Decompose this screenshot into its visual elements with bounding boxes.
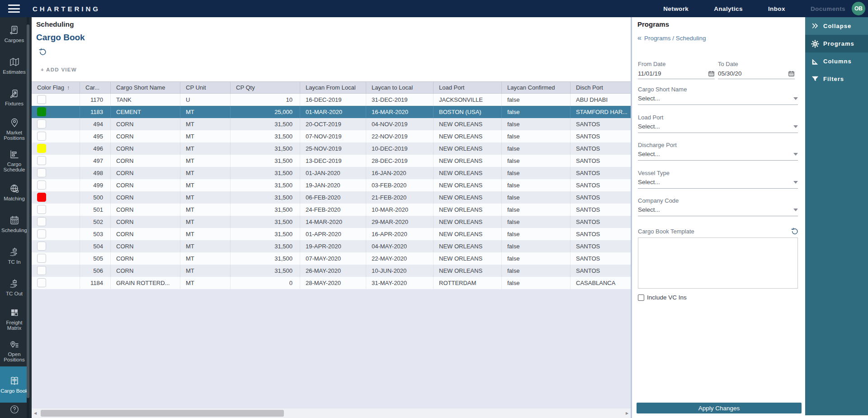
sidebar-item-freight-matrix[interactable]: Freight Matrix xyxy=(0,303,28,335)
add-view-button[interactable]: + ADD VIEW xyxy=(41,67,77,72)
color-flag-checkbox[interactable] xyxy=(37,229,46,238)
hamburger-menu-icon[interactable] xyxy=(8,5,20,13)
select-label: Load Port xyxy=(638,114,798,121)
cell-from: 19-APR-2020 xyxy=(300,240,366,252)
table-row[interactable]: 1183CEMENTMT25,00001-MAR-202016-MAR-2020… xyxy=(32,106,631,118)
table-row[interactable]: 495CORNMT31,50007-NOV-201922-NOV-2019NEW… xyxy=(32,130,631,142)
rail-item-programs[interactable]: Programs xyxy=(805,35,868,52)
rail-item-columns[interactable]: Columns xyxy=(805,52,868,70)
sidebar-item-estimates[interactable]: Estimates xyxy=(0,50,28,81)
sidebar-item-label: Estimates xyxy=(3,69,26,75)
column-header-cp-unit[interactable]: CP Unit xyxy=(180,82,231,93)
to-date-input[interactable]: 05/30/20 xyxy=(718,70,795,79)
table-row[interactable]: 496CORNMT31,50025-NOV-201910-DEC-2019NEW… xyxy=(32,142,631,155)
nav-link-analytics[interactable]: Analytics xyxy=(714,5,743,12)
color-flag-checkbox[interactable] xyxy=(37,119,46,128)
color-flag-checkbox[interactable] xyxy=(37,168,46,177)
cell-from: 06-FEB-2020 xyxy=(300,191,366,204)
sidebar-item-matching[interactable]: Matching xyxy=(0,176,28,208)
sidebar-item-open-positions[interactable]: Open Positions xyxy=(0,335,28,366)
table-row[interactable]: 494CORNMT31,50020-OCT-201904-NOV-2019NEW… xyxy=(32,118,631,130)
cell-load: NEW ORLEANS xyxy=(434,155,502,167)
scroll-left-arrow-icon[interactable]: ◀ xyxy=(32,408,39,418)
company-code-dropdown[interactable]: Select... xyxy=(638,206,798,216)
column-header-laycan-to-local[interactable]: Laycan to Local xyxy=(366,82,434,93)
column-header-laycan-from-local[interactable]: Laycan From Local xyxy=(300,82,366,93)
table-row[interactable]: 502CORNMT31,50014-MAR-202029-MAR-2020NEW… xyxy=(32,216,631,228)
to-date-value[interactable]: 05/30/20 xyxy=(718,70,788,77)
cargo-book-template-textarea[interactable] xyxy=(638,238,798,289)
color-flag-yellow[interactable] xyxy=(37,144,46,153)
table-row[interactable]: 504CORNMT31,50019-APR-202004-MAY-2020NEW… xyxy=(32,240,631,252)
column-header-cargo-short-name[interactable]: Cargo Short Name xyxy=(111,82,180,93)
nav-link-network[interactable]: Network xyxy=(663,5,689,12)
column-header-cp-qty[interactable]: CP Qty xyxy=(231,82,300,93)
table-row[interactable]: 498CORNMT31,50001-JAN-202016-JAN-2020NEW… xyxy=(32,167,631,179)
color-flag-checkbox[interactable] xyxy=(37,205,46,214)
color-flag-checkbox[interactable] xyxy=(37,278,46,287)
rail-item-filters[interactable]: Filters xyxy=(805,70,868,88)
color-flag-checkbox[interactable] xyxy=(37,242,46,251)
color-flag-checkbox[interactable] xyxy=(37,95,46,104)
column-header-load-port[interactable]: Load Port xyxy=(434,82,502,93)
undo-icon[interactable] xyxy=(38,48,46,56)
table-row[interactable]: 497CORNMT31,50013-DEC-201928-DEC-2019NEW… xyxy=(32,155,631,167)
user-avatar[interactable]: OB xyxy=(852,2,865,15)
sidebar-scrollbar-thumb[interactable] xyxy=(27,24,29,398)
nav-link-inbox[interactable]: Inbox xyxy=(768,5,785,12)
cell-disch: SANTOS xyxy=(571,130,631,142)
column-header-laycan-confirmed[interactable]: Laycan Confirmed xyxy=(502,82,571,93)
color-flag-checkbox[interactable] xyxy=(37,132,46,141)
calendar-icon[interactable] xyxy=(708,70,715,77)
cell-disch: SANTOS xyxy=(571,240,631,252)
table-row[interactable]: 506CORNMT31,50026-MAY-202010-JUN-2020NEW… xyxy=(32,265,631,277)
color-flag-red[interactable] xyxy=(37,193,46,202)
breadcrumb[interactable]: «Programs / Scheduling xyxy=(637,34,706,42)
help-icon[interactable] xyxy=(0,404,28,414)
sidebar-item-fixtures[interactable]: Fixtures xyxy=(0,81,28,113)
column-header-car[interactable]: Car... xyxy=(80,82,111,93)
color-flag-checkbox[interactable] xyxy=(37,180,46,190)
table-row[interactable]: 505CORNMT31,50007-MAY-202022-MAY-2020NEW… xyxy=(32,252,631,265)
column-header-disch-port[interactable]: Disch Port xyxy=(571,82,631,93)
sidebar-item-cargoes[interactable]: Cargoes xyxy=(0,18,28,50)
include-vc-ins-checkbox[interactable] xyxy=(638,294,644,301)
open-book-icon xyxy=(9,375,20,386)
vessel-type-dropdown[interactable]: Select... xyxy=(638,179,798,189)
sidebar-item-tc-out[interactable]: TC Out xyxy=(0,271,28,303)
table-row[interactable]: 500CORNMT31,50006-FEB-202021-FEB-2020NEW… xyxy=(32,191,631,204)
color-flag-checkbox[interactable] xyxy=(37,156,46,165)
column-header-color-flag[interactable]: Color Flag↑ xyxy=(32,82,80,93)
horizontal-scrollbar-thumb[interactable] xyxy=(41,410,284,417)
table-row[interactable]: 503CORNMT31,50001-APR-202016-APR-2020NEW… xyxy=(32,228,631,240)
sidebar-item-cargo-schedule[interactable]: Cargo Schedule xyxy=(0,145,28,176)
breadcrumb-path[interactable]: Programs / Scheduling xyxy=(644,35,706,42)
horizontal-scrollbar[interactable]: ◀ ▶ xyxy=(32,408,631,418)
undo-icon[interactable] xyxy=(790,228,798,235)
sidebar-item-tc-in[interactable]: TC In xyxy=(0,240,28,271)
nav-link-documents[interactable]: Documents xyxy=(811,5,845,12)
from-date-input[interactable]: 11/01/19 xyxy=(638,70,715,79)
table-row[interactable]: 1184GRAIN ROTTERD...MT028-MAY-202031-MAY… xyxy=(32,277,631,289)
color-flag-checkbox[interactable] xyxy=(37,266,46,275)
color-flag-checkbox[interactable] xyxy=(37,217,46,226)
table-row[interactable]: 1170TANKU1016-DEC-201931-DEC-2019JACKSON… xyxy=(32,94,631,106)
cargo-short-name-dropdown[interactable]: Select... xyxy=(638,95,798,105)
cell-car: 505 xyxy=(80,252,111,265)
sidebar-item-scheduling[interactable]: Scheduling xyxy=(0,208,28,240)
apply-changes-button[interactable]: Apply Changes xyxy=(637,403,802,413)
sidebar-item-market-positions[interactable]: Market Positions xyxy=(0,113,28,145)
load-port-dropdown[interactable]: Select... xyxy=(638,123,798,133)
sidebar-item-cargo-book[interactable]: Cargo Book xyxy=(0,366,28,403)
table-row[interactable]: 499CORNMT31,50019-JAN-202003-FEB-2020NEW… xyxy=(32,179,631,191)
select-label: Cargo Short Name xyxy=(638,86,798,93)
include-vc-ins-row[interactable]: Include VC Ins xyxy=(638,294,687,301)
scroll-right-arrow-icon[interactable]: ▶ xyxy=(623,408,631,418)
color-flag-checkbox[interactable] xyxy=(37,254,46,263)
color-flag-green[interactable] xyxy=(37,107,46,116)
rail-item-collapse[interactable]: Collapse xyxy=(805,17,868,35)
from-date-value[interactable]: 11/01/19 xyxy=(638,70,708,77)
calendar-icon[interactable] xyxy=(788,70,795,77)
discharge-port-dropdown[interactable]: Select... xyxy=(638,151,798,161)
table-row[interactable]: 501CORNMT31,50024-FEB-202010-MAR-2020NEW… xyxy=(32,204,631,216)
